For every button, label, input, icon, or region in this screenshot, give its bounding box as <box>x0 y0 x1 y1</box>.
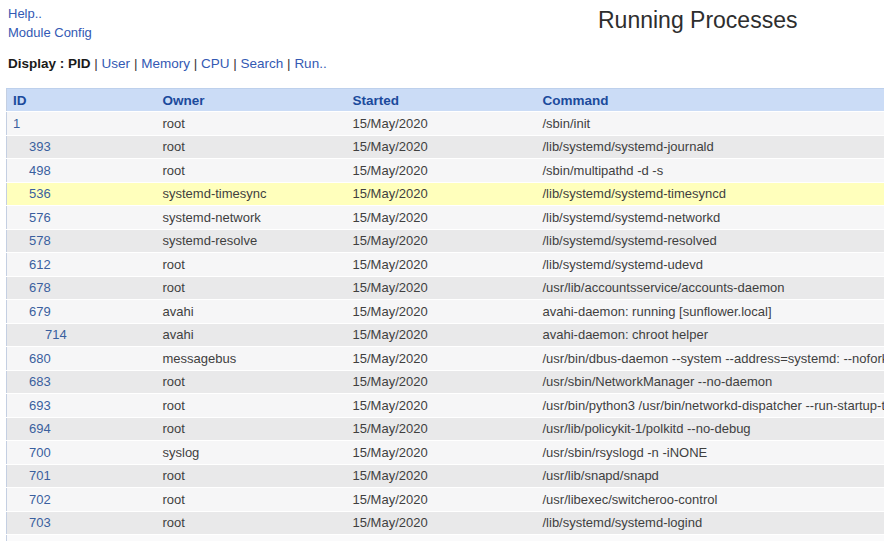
command-cell: /lib/systemd/systemd-networkd <box>537 206 884 230</box>
table-row: 498 root 15/May/2020 /sbin/multipathd -d… <box>7 159 884 183</box>
started-cell: 15/May/2020 <box>347 488 537 512</box>
column-header-id: ID <box>7 89 157 112</box>
process-id-link[interactable]: 612 <box>29 257 51 272</box>
process-id-link[interactable]: 678 <box>29 280 51 295</box>
started-cell: 15/May/2020 <box>347 229 537 253</box>
display-link-memory[interactable]: Memory <box>141 56 190 71</box>
started-cell: 15/May/2020 <box>347 182 537 206</box>
table-row: 700 syslog 15/May/2020 /usr/sbin/rsyslog… <box>7 441 884 465</box>
process-id-cell: 683 <box>7 370 157 394</box>
process-id-link[interactable]: 694 <box>29 421 51 436</box>
module-links: Help.. Module Config <box>8 4 92 42</box>
started-cell: 15/May/2020 <box>347 417 537 441</box>
table-row: 714 avahi 15/May/2020 avahi-daemon: chro… <box>7 323 884 347</box>
process-id-link[interactable]: 536 <box>29 186 51 201</box>
process-id-cell: 578 <box>7 229 157 253</box>
table-row: 683 root 15/May/2020 /usr/sbin/NetworkMa… <box>7 370 884 394</box>
owner-cell: avahi <box>157 300 347 324</box>
display-link-user[interactable]: User <box>102 56 131 71</box>
table-row: 393 root 15/May/2020 /lib/systemd/system… <box>7 135 884 159</box>
process-id-link[interactable]: 683 <box>29 374 51 389</box>
display-link-run[interactable]: Run.. <box>294 56 326 71</box>
table-row: 578 systemd-resolve 15/May/2020 /lib/sys… <box>7 229 884 253</box>
separator: | <box>287 56 291 71</box>
process-id-link[interactable]: 693 <box>29 398 51 413</box>
command-cell: /lib/systemd/systemd-journald <box>537 135 884 159</box>
column-header-owner: Owner <box>157 89 347 112</box>
process-table-header: ID Owner Started Command <box>7 89 884 112</box>
process-id-link[interactable]: 714 <box>45 327 67 342</box>
owner-cell: root <box>157 464 347 488</box>
display-link-cpu[interactable]: CPU <box>201 56 230 71</box>
started-cell: 15/May/2020 <box>347 511 537 535</box>
process-id-link[interactable]: 498 <box>29 163 51 178</box>
table-row: 678 root 15/May/2020 /usr/lib/accountsse… <box>7 276 884 300</box>
command-cell: /usr/sbin/NetworkManager --no-daemon <box>537 370 884 394</box>
process-id-cell: 714 <box>7 323 157 347</box>
partial-row <box>7 535 884 541</box>
owner-cell: messagebus <box>157 347 347 371</box>
process-id-link[interactable]: 1 <box>13 116 20 131</box>
process-id-link[interactable]: 700 <box>29 445 51 460</box>
process-id-cell: 700 <box>7 441 157 465</box>
owner-cell: root <box>157 276 347 300</box>
display-bar: Display : PID | User | Memory | CPU | Se… <box>8 56 327 71</box>
command-cell: /usr/bin/dbus-daemon --system --address=… <box>537 347 884 371</box>
process-id-link[interactable]: 576 <box>29 210 51 225</box>
started-cell: 15/May/2020 <box>347 112 537 136</box>
owner-cell: root <box>157 112 347 136</box>
process-id-cell: 498 <box>7 159 157 183</box>
process-table: ID Owner Started Command 1 root 15/May/2… <box>6 88 884 541</box>
module-config-link[interactable]: Module Config <box>8 23 92 42</box>
process-id-cell: 393 <box>7 135 157 159</box>
process-id-cell: 679 <box>7 300 157 324</box>
process-id-link[interactable]: 578 <box>29 233 51 248</box>
process-id-link[interactable]: 393 <box>29 139 51 154</box>
started-cell: 15/May/2020 <box>347 323 537 347</box>
process-id-cell: 703 <box>7 511 157 535</box>
owner-cell: systemd-network <box>157 206 347 230</box>
process-id-link[interactable]: 702 <box>29 492 51 507</box>
command-cell: /lib/systemd/systemd-logind <box>537 511 884 535</box>
column-header-started: Started <box>347 89 537 112</box>
owner-cell: root <box>157 394 347 418</box>
table-row: 536 systemd-timesync 15/May/2020 /lib/sy… <box>7 182 884 206</box>
owner-cell: root <box>157 370 347 394</box>
command-cell: avahi-daemon: running [sunflower.local] <box>537 300 884 324</box>
command-cell: /sbin/init <box>537 112 884 136</box>
command-cell: /usr/libexec/switcheroo-control <box>537 488 884 512</box>
table-row: 576 systemd-network 15/May/2020 /lib/sys… <box>7 206 884 230</box>
command-cell: /usr/lib/snapd/snapd <box>537 464 884 488</box>
display-link-search[interactable]: Search <box>241 56 284 71</box>
started-cell: 15/May/2020 <box>347 206 537 230</box>
process-id-link[interactable]: 679 <box>29 304 51 319</box>
process-id-link[interactable]: 680 <box>29 351 51 366</box>
table-row: 694 root 15/May/2020 /usr/lib/policykit-… <box>7 417 884 441</box>
command-cell: /lib/systemd/systemd-timesyncd <box>537 182 884 206</box>
process-id-cell: 693 <box>7 394 157 418</box>
started-cell: 15/May/2020 <box>347 394 537 418</box>
help-link[interactable]: Help.. <box>8 4 92 23</box>
command-cell: /lib/systemd/systemd-udevd <box>537 253 884 277</box>
owner-cell: root <box>157 488 347 512</box>
process-id-cell: 702 <box>7 488 157 512</box>
started-cell: 15/May/2020 <box>347 464 537 488</box>
page-title: Running Processes <box>598 7 797 34</box>
process-id-cell: 678 <box>7 276 157 300</box>
started-cell: 15/May/2020 <box>347 253 537 277</box>
process-id-cell: 694 <box>7 417 157 441</box>
command-cell: avahi-daemon: chroot helper <box>537 323 884 347</box>
started-cell: 15/May/2020 <box>347 135 537 159</box>
display-label: Display : <box>8 56 64 71</box>
table-row: 703 root 15/May/2020 /lib/systemd/system… <box>7 511 884 535</box>
owner-cell: root <box>157 253 347 277</box>
display-current-pid: PID <box>68 56 91 71</box>
process-id-link[interactable]: 703 <box>29 515 51 530</box>
process-id-link[interactable]: 701 <box>29 468 51 483</box>
owner-cell: avahi <box>157 323 347 347</box>
process-id-cell: 680 <box>7 347 157 371</box>
process-id-cell: 701 <box>7 464 157 488</box>
table-row: 701 root 15/May/2020 /usr/lib/snapd/snap… <box>7 464 884 488</box>
process-id-cell: 536 <box>7 182 157 206</box>
process-id-cell: 1 <box>7 112 157 136</box>
